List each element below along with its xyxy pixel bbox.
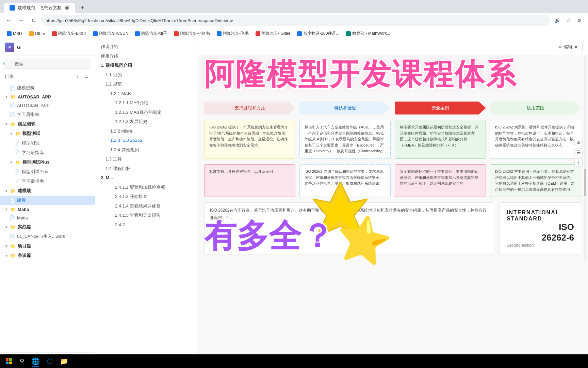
cell-text: 安全案例是标准的一个重要部分，要求清晰的记录测试、评审和分析等方式来展示系统内其… xyxy=(400,169,478,185)
toc-item-intro[interactable]: 1. 建模规范介绍 xyxy=(95,61,197,70)
cell-text: ISO 26262 强调了确认和验证的重要，要求系统测试、评审和分析等方式方法来… xyxy=(305,169,383,185)
bookmark-baidu[interactable]: 百度翻译-200种语... xyxy=(294,30,342,37)
cell-1-1: ISO 26262 提供了一个系统化的方法来管理汽车电子/电气系统的整个生命周期… xyxy=(204,120,295,159)
sidebar-item-matlab-group[interactable]: ▼ 📁 Matla xyxy=(0,205,95,214)
edit-button[interactable]: ✏ 编辑 ▼ xyxy=(554,42,583,52)
toc-item-244[interactable]: 2.4.2 ... xyxy=(95,220,197,230)
sidebar-header: ≡ G xyxy=(0,39,95,56)
sidebar-item-jiamo-jinjie[interactable]: 📄 建模进阶 xyxy=(0,83,95,93)
address-bar[interactable]: https://gcn7566sf5g2.feishu.cn/wiki/Ui8h… xyxy=(41,15,550,26)
windows-icon xyxy=(6,358,12,364)
sidebar-label: 项目篇 xyxy=(18,243,31,249)
sidebar-item-autosar-app[interactable]: 📄 AUTOSAR_APP xyxy=(0,101,95,110)
expand-icon: ▼ xyxy=(5,95,8,99)
sidebar-item-combat-group[interactable]: ▼ 📁 实战篇 xyxy=(0,222,95,232)
sidebar-item-model-test-plus-doc[interactable]: 📄 模型测试Plus xyxy=(0,167,95,177)
doc-icon: 📄 xyxy=(10,86,15,91)
toc-options-button[interactable]: ≡ xyxy=(83,73,90,80)
toc-item-iso26262[interactable]: 1.2.3 ISO 26262 xyxy=(95,136,197,145)
sidebar-item-study-guide-2[interactable]: 📄 学习后指南 xyxy=(0,148,95,157)
search-input[interactable] xyxy=(5,59,90,69)
bottom-text-2: 准... xyxy=(210,223,217,228)
sidebar-label: Matla xyxy=(18,207,29,212)
bookmark-mbd[interactable]: MBD xyxy=(4,30,25,37)
bookmark-zhihu[interactable]: 阿隆汽车-知乎 xyxy=(132,30,170,37)
bookmark-gitee[interactable]: 阿隆汽车- Gitee xyxy=(253,30,293,37)
toc-item-misra[interactable]: 1.2.2 Misra xyxy=(95,126,197,136)
tab-close-button[interactable]: ✕ xyxy=(64,5,70,11)
sidebar-item-study-guide-1[interactable]: 📄 学习后指南 xyxy=(0,110,95,119)
toc-item-export[interactable]: 2.4.1.5 查看和导出报告 xyxy=(95,211,197,220)
reload-button[interactable]: ↻ xyxy=(29,16,38,25)
start-button[interactable] xyxy=(3,355,15,367)
bookmark-mathwork[interactable]: 教育部 - MathWork... xyxy=(343,30,393,37)
bookmark-xiaohongshu[interactable]: 阿隆汽车-小红书 xyxy=(171,30,213,37)
toc-item-mab-history[interactable]: 1.2.1.3 发展历史 xyxy=(95,117,197,126)
settings-icon[interactable]: ⚙ xyxy=(574,16,584,25)
toc-item-mab-intro[interactable]: 1.2.1.1 MAB介绍 xyxy=(95,98,197,108)
sidebar-item-model-test-group[interactable]: ▼ 📁 模型测试 xyxy=(0,119,95,129)
sidebar-item-matlab-doc[interactable]: 📄 Matla xyxy=(0,214,95,222)
expand-icon: ▼ xyxy=(5,244,8,248)
folder-icon: 📁 xyxy=(10,225,16,230)
toc-item-goal[interactable]: 1.1 目的 xyxy=(95,70,197,80)
toc-item-usage[interactable]: 使用介绍 xyxy=(95,51,197,61)
bookmark-bilibili[interactable]: 阿隆汽车-Bilibili xyxy=(49,30,89,37)
sidebar-item-model-test-sub[interactable]: ▼ 📁 模型测试 xyxy=(0,129,95,138)
sidebar-item-model-test-plus-group[interactable]: ▼ 📁 模型测试Plus xyxy=(0,157,95,167)
toc-item-tools[interactable]: 1.3 工具 xyxy=(95,154,197,164)
browser-tab[interactable]: 建模规范 - 飞书云文档 ✕ xyxy=(4,3,75,13)
doc-icon: 📄 xyxy=(10,215,15,220)
read-aloud-icon[interactable]: 🔊 xyxy=(553,16,562,25)
toc-item-mab[interactable]: 1.2.1 MAB xyxy=(95,89,197,98)
right-tool-1[interactable]: ⊞ xyxy=(574,138,583,146)
search-taskbar-button[interactable]: ⚲ xyxy=(16,355,28,367)
bookmark-star-icon[interactable]: ☆ xyxy=(564,16,573,25)
toc-item-mab-spec[interactable]: 1.2.1.2 MAB规范的制定 xyxy=(95,108,197,117)
taskbar-app-chrome[interactable]: 🌐 xyxy=(29,355,42,367)
forward-button[interactable]: → xyxy=(16,16,26,25)
toc-item-label: 1.2.1.2 MAB规范的制定 xyxy=(115,109,162,116)
taskbar-app-explorer[interactable]: 📁 xyxy=(57,355,71,367)
sidebar-item-jiamo-active[interactable]: 📄 建模 xyxy=(0,196,95,205)
toc-item-label: 2.4.1.2 配置和加载检查项 xyxy=(115,184,165,191)
bookmark-other[interactable]: Other xyxy=(26,30,48,37)
right-tool-2[interactable]: ☰ xyxy=(574,148,583,156)
sidebar-label: 建模规 xyxy=(18,188,31,194)
new-tab-button[interactable]: + xyxy=(78,3,87,13)
toc-item-objectives[interactable]: 1.4 课程目标 xyxy=(95,164,197,173)
sidebar-item-canoe[interactable]: 📄 01_CANoe与生入...work xyxy=(0,232,95,241)
sidebar-item-autosar-app-group[interactable]: ▼ 📁 AUTOSAR_APP xyxy=(0,93,95,101)
toc-item-author[interactable]: 作者介绍 xyxy=(95,42,197,51)
right-tool-3[interactable]: ⋮ xyxy=(574,158,583,167)
cell-2-2: ISO 26262 强调了确认和验证的重要，要求系统测试、评审和分析等方式方法来… xyxy=(299,164,391,197)
iso-num: 26262-6 xyxy=(507,232,574,243)
back-button[interactable]: ← xyxy=(4,16,14,25)
toc-item-other-rules[interactable]: 1.2.4 其他规则 xyxy=(95,145,197,155)
bookmark-feishu[interactable]: 阿隆汽车-飞书 xyxy=(214,30,251,37)
sidebar-item-model-test-doc[interactable]: 📄 模型测试 xyxy=(0,138,95,148)
sidebar-label: 模型测试 xyxy=(22,140,39,146)
toc-item-view-fix[interactable]: 2.4.1.4 查看结果并修复 xyxy=(95,201,197,211)
bookmark-gitee-label: 阿隆汽车- Gitee xyxy=(262,31,290,36)
toc-item-config[interactable]: 2.4.1.2 配置和加载检查项 xyxy=(95,183,197,192)
toc-item-label: 1.3 工具 xyxy=(105,156,122,163)
toc-item-section2[interactable]: 2. M... xyxy=(95,173,197,183)
sidebar-item-misc-group[interactable]: ▼ 📁 杂谈篇 xyxy=(0,251,95,260)
add-page-button[interactable]: + xyxy=(74,73,81,80)
bookmark-csdn[interactable]: 阿隆汽车-CSDN xyxy=(90,30,131,37)
sidebar-item-study-guide-3[interactable]: 📄 学习后指南 xyxy=(0,177,95,186)
toc-item-spec[interactable]: 1.2 规范 xyxy=(95,79,197,89)
toolbar-actions: 🔊 ☆ ⚙ xyxy=(553,16,584,25)
url-text: https://gcn7566sf5g2.feishu.cn/wiki/Ui8h… xyxy=(46,18,233,23)
folder-icon: 📁 xyxy=(15,131,20,136)
toc-item-start-check[interactable]: 2.4.1.3 开始检查 xyxy=(95,192,197,201)
toc-item-label: 1.2.1.1 MAB介绍 xyxy=(115,99,148,106)
page-header: ✏ 编辑 ▼ xyxy=(197,39,588,55)
taskbar-app-vscode[interactable]: ⬡ xyxy=(43,355,56,367)
sidebar-item-project-group[interactable]: ▼ 📁 项目篇 xyxy=(0,241,95,251)
taskbar: ⚲ 🌐 ⬡ 📁 xyxy=(0,354,588,368)
content-row-2: 标准支持…各种过程管理、工具及应用 ISO 26262 强调了确认和验证的重要，… xyxy=(204,164,581,197)
scrollbar-thumb[interactable] xyxy=(584,169,586,196)
sidebar-item-jiamo-gui-group[interactable]: ▼ 📁 建模规 xyxy=(0,186,95,196)
